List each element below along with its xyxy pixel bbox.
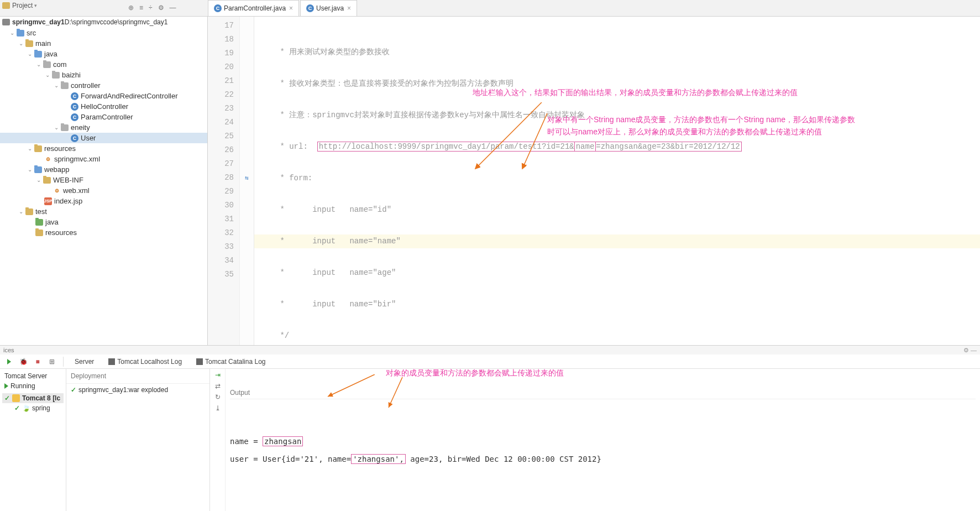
java-class-icon: C <box>71 92 78 100</box>
tree-node-eneity[interactable]: ⌄eneity <box>0 122 207 133</box>
tree-node-webinf[interactable]: ⌄WEB-INF <box>0 175 207 185</box>
project-root[interactable]: springmvc_day1 D:\springmvccode\springmv… <box>0 17 207 28</box>
project-panel-title[interactable]: Project▾ <box>12 2 37 9</box>
tree-node-xml[interactable]: ⚙web.xml <box>0 185 207 196</box>
line-number-gutter: 17181920212223242526272829303132333435 <box>208 17 240 345</box>
folder-icon <box>35 230 43 236</box>
tree-node-class[interactable]: CHelloController <box>0 101 207 112</box>
tree-node-baizhi[interactable]: ⌄baizhi <box>0 70 207 80</box>
tab-catalina-log[interactable]: Tomcat Catalina Log <box>191 356 271 368</box>
expander-icon[interactable]: ⌄ <box>27 51 33 57</box>
xml-icon: ⚙ <box>53 187 61 195</box>
expander-icon[interactable]: ⌄ <box>18 40 24 46</box>
tree-node-resources[interactable]: ⌄resources <box>0 143 207 154</box>
folder-icon <box>34 51 42 58</box>
folder-icon <box>25 208 33 215</box>
annotation-text-2: 对象中有一个String name成员变量，方法的参数也有一个String na… <box>547 113 862 138</box>
expander-icon[interactable]: ⌄ <box>35 61 42 67</box>
java-class-icon: C <box>71 134 78 142</box>
gear-icon[interactable]: ⚙ — <box>963 347 977 354</box>
run-config-tree[interactable]: Tomcat Server Running ✓Tomcat 8 [lc ✓🍃sp… <box>0 369 66 511</box>
settings-icon[interactable]: ⚙ <box>158 4 164 12</box>
layout-icon[interactable]: ⊞ <box>46 356 57 367</box>
xml-icon: ⚙ <box>44 155 52 163</box>
tree-node-test[interactable]: ⌄test <box>0 206 207 217</box>
deploy-icon[interactable]: ⇥ <box>215 371 221 379</box>
project-tree[interactable]: springmvc_day1 D:\springmvccode\springmv… <box>0 17 208 345</box>
collapse-icon[interactable]: ÷ <box>149 4 153 12</box>
expander-icon[interactable]: ⌄ <box>53 82 60 88</box>
tab-label: ParamController.java <box>224 4 286 12</box>
panel-title-truncated: ices <box>3 347 14 353</box>
project-panel-header: Project▾ <box>2 2 37 9</box>
expander-icon[interactable]: ⌄ <box>35 177 42 183</box>
code-area[interactable]: * 用来测试对象类型的参数接收 * 接收对象类型：也是直接将要接受的对象作为控制… <box>254 17 980 345</box>
log-icon <box>196 358 203 365</box>
annotation-text-3: 对象的成员变量和方法的参数都会赋上传递过来的值 <box>386 368 564 378</box>
run-config-tomcat8[interactable]: ✓Tomcat 8 [lc <box>2 393 64 403</box>
tree-node-src[interactable]: ⌄src <box>0 28 207 38</box>
expander-icon[interactable]: ⌄ <box>27 166 33 173</box>
expander-icon[interactable]: ⌄ <box>27 145 33 152</box>
java-class-icon: C <box>71 113 78 121</box>
tab-paramcontroller[interactable]: C ParamController.java × <box>208 0 299 16</box>
down-icon[interactable]: ⤓ <box>215 404 221 412</box>
project-name: springmvc_day1 <box>12 18 65 26</box>
tree-node-class[interactable]: CParamController <box>0 112 207 122</box>
folder-icon <box>2 2 10 9</box>
tomcat-server-label: Tomcat Server <box>2 371 64 381</box>
tree-node-jsp[interactable]: JSPindex.jsp <box>0 196 207 206</box>
spring-icon: 🍃 <box>22 404 30 412</box>
minimize-icon[interactable]: — <box>170 4 176 12</box>
log-icon <box>108 358 115 365</box>
run-panel-toolbar: 🐞 ■ ⊞ Server Tomcat Localhost Log Tomcat… <box>0 354 980 369</box>
java-class-icon: C <box>214 4 222 12</box>
output-toolbar: ⇥ ⇄ ↻ ⤓ <box>210 369 226 511</box>
close-icon[interactable]: × <box>347 4 351 12</box>
expand-icon[interactable]: ≡ <box>139 4 143 12</box>
tab-server[interactable]: Server <box>69 356 99 368</box>
jsp-icon: JSP <box>44 197 52 205</box>
stop-icon[interactable]: ■ <box>32 356 43 367</box>
expander-icon[interactable]: ⌄ <box>18 208 24 215</box>
play-icon <box>4 383 8 389</box>
run-icon[interactable] <box>3 356 14 367</box>
arrow-icon <box>386 377 408 410</box>
target-icon[interactable]: ⊕ <box>128 4 134 12</box>
run-panel-header: ices ⚙ — <box>0 346 980 354</box>
tree-node-main[interactable]: ⌄main <box>0 38 207 49</box>
tree-node-user[interactable]: CUser <box>0 133 207 143</box>
refresh-icon[interactable]: ↻ <box>215 393 221 401</box>
output-console[interactable]: Output 对象的成员变量和方法的参数都会赋上传递过来的值 name = zh… <box>226 369 980 511</box>
tab-user[interactable]: C User.java × <box>300 0 357 16</box>
tree-node-test-java[interactable]: java <box>0 217 207 227</box>
code-editor[interactable]: 17181920212223242526272829303132333435 ⇆… <box>208 17 980 345</box>
tree-node-java[interactable]: ⌄java <box>0 49 207 59</box>
sync-icon[interactable]: ⇄ <box>215 382 221 390</box>
tree-node-class[interactable]: CForwardAndRedirectController <box>0 91 207 101</box>
tab-localhost-log[interactable]: Tomcat Localhost Log <box>103 356 187 368</box>
package-icon <box>61 124 69 131</box>
arrow-icon <box>520 113 553 174</box>
tree-node-test-resources[interactable]: resources <box>0 227 207 238</box>
run-config-spring[interactable]: ✓🍃spring <box>2 403 64 413</box>
tomcat-icon <box>12 394 20 402</box>
tree-node-com[interactable]: ⌄com <box>0 59 207 70</box>
check-icon: ✓ <box>71 386 76 394</box>
tree-node-controller[interactable]: ⌄controller <box>0 80 207 91</box>
deployment-header: Deployment <box>66 369 209 384</box>
debug-icon[interactable]: 🐞 <box>18 356 29 367</box>
expander-icon[interactable]: ⌄ <box>9 30 15 36</box>
deployment-item[interactable]: ✓springmvc_day1:war exploded <box>66 384 209 396</box>
java-class-icon: C <box>306 4 314 12</box>
project-panel-toolbar: ⊕ ≡ ÷ ⚙ — <box>128 4 176 12</box>
tree-node-xml[interactable]: ⚙springmvc.xml <box>0 154 207 164</box>
close-icon[interactable]: × <box>289 4 293 12</box>
expander-icon[interactable]: ⌄ <box>44 72 51 78</box>
folder-icon <box>43 177 51 184</box>
tree-node-webapp[interactable]: ⌄webapp <box>0 164 207 175</box>
module-icon <box>2 19 10 25</box>
folder-icon <box>34 166 42 173</box>
expander-icon[interactable]: ⌄ <box>53 124 60 131</box>
output-line-2: user = User{id='21', name='zhangsan', ag… <box>230 455 976 463</box>
